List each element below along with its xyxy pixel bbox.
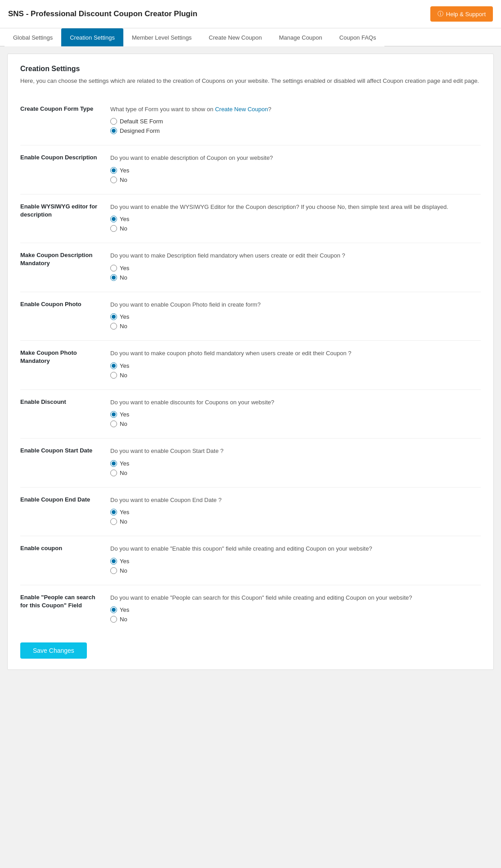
radio-text-enable-people-can-search-yes: Yes <box>120 606 129 613</box>
settings-row: Make Coupon Description MandatoryDo you … <box>20 243 481 292</box>
radio-enable-coupon-end-date-yes[interactable] <box>110 509 117 515</box>
radio-text-enable-coupon-photo-no: No <box>120 323 127 330</box>
radio-label-enable-wysiwyg-editor-no[interactable]: No <box>110 225 481 232</box>
radio-text-enable-coupon-photo-yes: Yes <box>120 313 129 320</box>
radio-label-enable-coupon-description-yes[interactable]: Yes <box>110 167 481 174</box>
radio-make-coupon-description-mandatory-yes[interactable] <box>110 265 117 271</box>
label-make-coupon-description-mandatory: Make Coupon Description Mandatory <box>20 243 110 292</box>
value-enable-coupon-description: Do you want to enable description of Cou… <box>110 145 481 194</box>
radio-text-enable-coupon-no: No <box>120 567 127 574</box>
radio-make-coupon-description-mandatory-no[interactable] <box>110 274 117 281</box>
radio-enable-coupon-description-no[interactable] <box>110 176 117 183</box>
value-enable-coupon: Do you want to enable "Enable this coupo… <box>110 536 481 585</box>
radio-label-make-coupon-photo-mandatory-yes[interactable]: Yes <box>110 362 481 369</box>
radio-enable-people-can-search-yes[interactable] <box>110 606 117 613</box>
settings-table: Create Coupon Form TypeWhat type of Form… <box>20 97 481 634</box>
radio-enable-coupon-photo-no[interactable] <box>110 323 117 330</box>
label-create-coupon-form-type: Create Coupon Form Type <box>20 97 110 145</box>
radio-enable-discount-yes[interactable] <box>110 411 117 418</box>
settings-row: Enable DiscountDo you want to enable dis… <box>20 389 481 439</box>
main-content: Creation Settings Here, you can choose t… <box>7 54 494 670</box>
help-icon: ⓘ <box>438 10 443 18</box>
question-link-create-coupon-form-type[interactable]: Create New Coupon <box>215 106 268 113</box>
radio-enable-wysiwyg-editor-no[interactable] <box>110 225 117 232</box>
radio-label-create-coupon-form-type-default-se-form[interactable]: Default SE Form <box>110 118 481 125</box>
save-changes-button[interactable]: Save Changes <box>20 642 87 659</box>
radio-enable-coupon-start-date-no[interactable] <box>110 470 117 476</box>
radio-label-enable-wysiwyg-editor-yes[interactable]: Yes <box>110 216 481 222</box>
question-enable-coupon-end-date: Do you want to enable Coupon End Date ? <box>110 496 481 505</box>
radio-enable-coupon-photo-yes[interactable] <box>110 313 117 320</box>
radio-text-enable-coupon-end-date-yes: Yes <box>120 509 129 515</box>
tab-creation-settings[interactable]: Creation Settings <box>61 28 123 46</box>
radio-label-enable-coupon-end-date-no[interactable]: No <box>110 518 481 525</box>
radio-text-enable-coupon-start-date-no: No <box>120 470 127 476</box>
radio-text-enable-wysiwyg-editor-no: No <box>120 225 127 232</box>
radio-enable-people-can-search-no[interactable] <box>110 616 117 623</box>
value-enable-discount: Do you want to enable discounts for Coup… <box>110 389 481 439</box>
radio-label-enable-coupon-description-no[interactable]: No <box>110 176 481 183</box>
radio-enable-coupon-description-yes[interactable] <box>110 167 117 174</box>
question-make-coupon-photo-mandatory: Do you want to make coupon photo field m… <box>110 349 481 358</box>
radio-label-enable-people-can-search-yes[interactable]: Yes <box>110 606 481 613</box>
radio-label-enable-coupon-end-date-yes[interactable]: Yes <box>110 509 481 515</box>
radio-enable-discount-no[interactable] <box>110 420 117 427</box>
radio-make-coupon-photo-mandatory-yes[interactable] <box>110 362 117 369</box>
radio-text-make-coupon-photo-mandatory-no: No <box>120 372 127 379</box>
question-enable-discount: Do you want to enable discounts for Coup… <box>110 398 481 407</box>
tab-manage-coupon[interactable]: Manage Coupon <box>271 28 331 46</box>
radio-text-enable-discount-yes: Yes <box>120 411 129 418</box>
label-enable-coupon: Enable coupon <box>20 536 110 585</box>
nav-tabs: Global Settings Creation Settings Member… <box>0 28 501 46</box>
tab-global-settings[interactable]: Global Settings <box>5 28 61 46</box>
radio-label-enable-discount-no[interactable]: No <box>110 420 481 427</box>
tab-member-level-settings[interactable]: Member Level Settings <box>123 28 200 46</box>
label-make-coupon-photo-mandatory: Make Coupon Photo Mandatory <box>20 341 110 390</box>
label-enable-discount: Enable Discount <box>20 389 110 439</box>
radio-enable-wysiwyg-editor-yes[interactable] <box>110 216 117 222</box>
question-enable-wysiwyg-editor: Do you want to enable the WYSIWYG Editor… <box>110 203 481 212</box>
question-make-coupon-description-mandatory: Do you want to make Description field ma… <box>110 251 481 260</box>
radio-text-make-coupon-photo-mandatory-yes: Yes <box>120 362 129 369</box>
tab-coupon-faqs[interactable]: Coupon FAQs <box>331 28 385 46</box>
radio-label-create-coupon-form-type-designed-form[interactable]: Designed Form <box>110 127 481 134</box>
radio-label-enable-coupon-start-date-yes[interactable]: Yes <box>110 460 481 467</box>
value-enable-wysiwyg-editor: Do you want to enable the WYSIWYG Editor… <box>110 194 481 243</box>
radio-enable-coupon-no[interactable] <box>110 567 117 574</box>
value-enable-coupon-end-date: Do you want to enable Coupon End Date ?Y… <box>110 487 481 536</box>
radio-create-coupon-form-type-designed-form[interactable] <box>110 127 117 134</box>
radio-text-enable-coupon-start-date-yes: Yes <box>120 460 129 467</box>
radio-label-enable-people-can-search-no[interactable]: No <box>110 616 481 623</box>
radio-label-make-coupon-description-mandatory-no[interactable]: No <box>110 274 481 281</box>
label-enable-coupon-photo: Enable Coupon Photo <box>20 292 110 341</box>
radio-label-enable-coupon-photo-no[interactable]: No <box>110 323 481 330</box>
radio-text-enable-coupon-yes: Yes <box>120 558 129 565</box>
radio-text-enable-coupon-description-yes: Yes <box>120 167 129 174</box>
value-make-coupon-description-mandatory: Do you want to make Description field ma… <box>110 243 481 292</box>
value-create-coupon-form-type: What type of Form you want to show on Cr… <box>110 97 481 145</box>
radio-create-coupon-form-type-default-se-form[interactable] <box>110 118 117 125</box>
radio-make-coupon-photo-mandatory-no[interactable] <box>110 372 117 379</box>
radio-enable-coupon-end-date-no[interactable] <box>110 518 117 525</box>
radio-label-enable-coupon-yes[interactable]: Yes <box>110 558 481 565</box>
question-create-coupon-form-type: What type of Form you want to show on Cr… <box>110 105 481 114</box>
section-description: Here, you can choose the settings which … <box>20 77 481 86</box>
settings-row: Enable Coupon PhotoDo you want to enable… <box>20 292 481 341</box>
page-title: SNS - Professional Discount Coupon Creat… <box>8 9 197 18</box>
radio-label-enable-coupon-photo-yes[interactable]: Yes <box>110 313 481 320</box>
radio-label-make-coupon-description-mandatory-yes[interactable]: Yes <box>110 265 481 271</box>
question-enable-people-can-search: Do you want to enable "People can search… <box>110 593 481 602</box>
radio-text-make-coupon-description-mandatory-yes: Yes <box>120 265 129 271</box>
help-support-button[interactable]: ⓘ Help & Support <box>430 6 493 22</box>
radio-text-enable-coupon-end-date-no: No <box>120 518 127 525</box>
question-enable-coupon-photo: Do you want to enable Coupon Photo field… <box>110 300 481 309</box>
radio-enable-coupon-yes[interactable] <box>110 558 117 565</box>
radio-enable-coupon-start-date-yes[interactable] <box>110 460 117 467</box>
radio-label-make-coupon-photo-mandatory-no[interactable]: No <box>110 372 481 379</box>
radio-label-enable-coupon-no[interactable]: No <box>110 567 481 574</box>
label-enable-coupon-end-date: Enable Coupon End Date <box>20 487 110 536</box>
radio-label-enable-discount-yes[interactable]: Yes <box>110 411 481 418</box>
tab-create-new-coupon[interactable]: Create New Coupon <box>200 28 271 46</box>
settings-row: Make Coupon Photo MandatoryDo you want t… <box>20 341 481 390</box>
radio-label-enable-coupon-start-date-no[interactable]: No <box>110 470 481 476</box>
